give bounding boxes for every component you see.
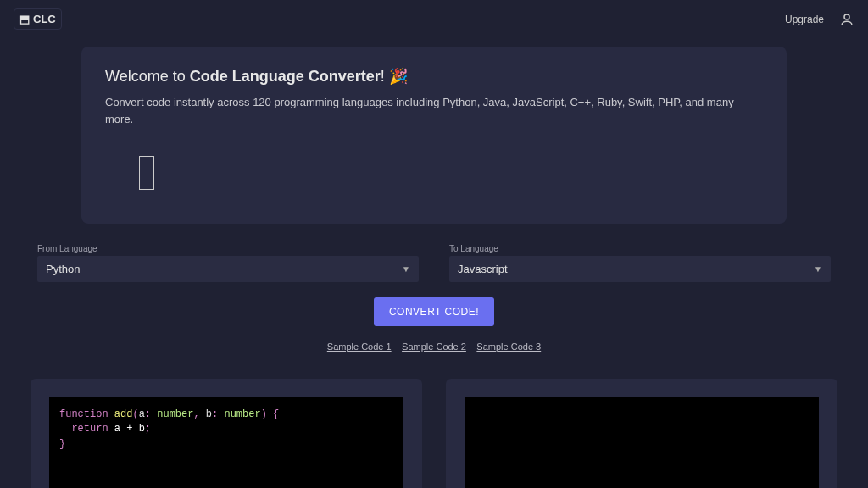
code-token: ( xyxy=(132,408,138,420)
code-token: function xyxy=(59,408,108,420)
code-token: a + b xyxy=(108,423,145,435)
from-language-value: Python xyxy=(46,263,80,275)
convert-button[interactable]: CONVERT CODE! xyxy=(374,297,494,326)
feature-icon xyxy=(139,156,154,190)
input-code-editor[interactable]: function add(a: number, b: number) { ret… xyxy=(49,397,403,488)
page-title: Welcome to Code Language Converter! 🎉 xyxy=(105,67,763,86)
welcome-bold: Code Language Converter xyxy=(190,68,381,85)
upgrade-link[interactable]: Upgrade xyxy=(785,14,824,25)
code-token: number xyxy=(157,408,193,420)
welcome-description: Convert code instantly across 120 progra… xyxy=(105,94,763,127)
from-language-select[interactable]: Python ▼ xyxy=(37,256,419,282)
person-icon[interactable] xyxy=(839,12,854,27)
chevron-down-icon: ▼ xyxy=(814,264,822,274)
code-token: number xyxy=(224,408,260,420)
welcome-suffix: ! 🎉 xyxy=(381,68,408,85)
input-code-card: function add(a: number, b: number) { ret… xyxy=(31,379,422,488)
output-code-editor[interactable] xyxy=(465,397,819,488)
sample-code-1-link[interactable]: Sample Code 1 xyxy=(327,341,392,352)
code-token: , xyxy=(193,408,205,420)
welcome-card: Welcome to Code Language Converter! 🎉 Co… xyxy=(81,47,787,224)
code-token: : xyxy=(145,408,157,420)
code-token: a xyxy=(139,408,145,420)
logo[interactable]: ⬒ CLC xyxy=(14,8,62,30)
code-token: } xyxy=(59,438,65,450)
code-token: b xyxy=(206,408,212,420)
samples-row: Sample Code 1 Sample Code 2 Sample Code … xyxy=(31,338,837,353)
output-code-card xyxy=(446,379,837,488)
code-token: ; xyxy=(145,423,151,435)
code-token: : xyxy=(212,408,224,420)
code-token: add xyxy=(114,408,133,420)
svg-point-0 xyxy=(844,14,849,19)
sample-code-3-link[interactable]: Sample Code 3 xyxy=(476,341,541,352)
to-language-value: Javascript xyxy=(458,263,508,275)
code-token: ) { xyxy=(261,408,280,420)
to-language-select[interactable]: Javascript ▼ xyxy=(449,256,831,282)
logo-text: CLC xyxy=(33,13,56,25)
logo-icon: ⬒ xyxy=(19,13,30,25)
code-token: return xyxy=(71,423,108,435)
sample-code-2-link[interactable]: Sample Code 2 xyxy=(402,341,466,352)
to-language-label: To Language xyxy=(449,244,831,253)
chevron-down-icon: ▼ xyxy=(402,264,410,274)
from-language-label: From Language xyxy=(37,244,419,253)
welcome-prefix: Welcome to xyxy=(105,68,190,85)
